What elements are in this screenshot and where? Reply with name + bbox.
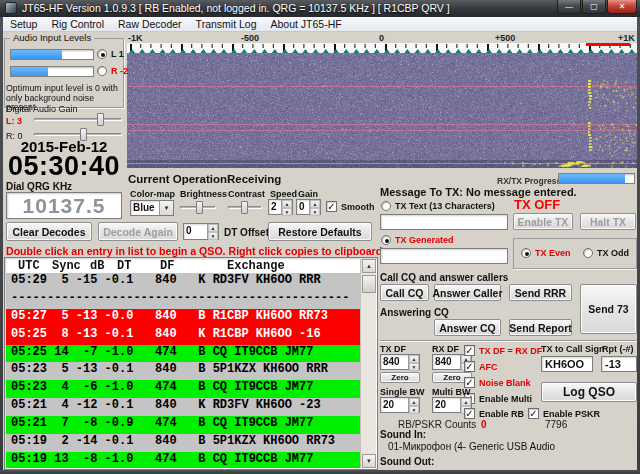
divider [380,340,637,342]
close-button[interactable]: ✕ [607,0,637,14]
answer-cq-button[interactable]: Answer CQ [434,319,501,336]
spinner-up-icon[interactable]: ▲ [282,200,292,208]
spinner-value: 840 [381,355,408,369]
decode-row[interactable]: 05:21 4 -12 -0.1 840 K RD3FV KH6OO -23 [6,398,360,416]
speed-spinner[interactable]: 2▲▼ [268,199,293,215]
spinner-down-icon[interactable]: ▼ [208,232,218,240]
checkbox-box[interactable]: ✓ [464,361,475,372]
send-73-button[interactable]: Send 73 [580,284,637,334]
rpt-input[interactable] [601,356,637,372]
spinner-value: 20 [381,398,408,412]
afc-checkbox[interactable]: ✓AFC [464,361,498,372]
log-qso-button[interactable]: Log QSO [541,382,637,402]
minimize-button[interactable]: — [557,0,581,14]
tx-df-zero-button[interactable]: Zero [380,372,420,383]
decode-row[interactable]: 05:21 7 -8 -0.9 474 B CQ IT9CCB JM77 [6,416,360,434]
enable-tx-button[interactable]: Enable TX [513,213,573,230]
current-operation-value: Receiving [227,173,281,185]
send-rrr-button[interactable]: Send RRR [509,284,572,301]
spinner-down-icon[interactable]: ▼ [409,363,419,371]
decode-row[interactable]: 05:19 2 -14 -0.1 840 B 5P1KZX KH6OO RR73 [6,434,360,452]
spinner-up-icon[interactable]: ▲ [310,200,320,208]
audio-channel-left-radio[interactable]: L 1 [97,49,124,59]
message-to-tx-label: Message To TX: [380,186,463,198]
maximize-button[interactable]: ▢ [582,0,606,14]
spinner-up-icon[interactable]: ▲ [409,355,419,363]
decode-row[interactable]: 05:27 5 -13 -0.0 840 B R1CBP KH6OO RR73 [6,309,360,327]
contrast-slider[interactable] [228,201,262,214]
spinner-up-icon[interactable]: ▲ [461,398,471,406]
menu-transmit-log[interactable]: Transmit Log [189,18,264,30]
waterfall-display[interactable] [127,43,638,168]
slider-thumb[interactable] [97,113,104,126]
tx-generated-input[interactable] [380,248,508,264]
spinner-down-icon[interactable]: ▼ [409,406,419,414]
decode-again-button[interactable]: Decode Again [98,222,178,241]
spinner-down-icon[interactable]: ▼ [310,208,320,216]
checkbox-box[interactable]: ✓ [528,408,539,419]
decode-row[interactable]: 05:25 8 -13 -0.1 840 K R1CBP KH6OO -16 [6,327,360,345]
txdf-eq-rxdf-checkbox[interactable]: ✓TX DF = RX DF [464,345,542,356]
radio-circle[interactable] [97,49,107,59]
scrollbar-thumb[interactable] [362,275,376,293]
menu-about[interactable]: About JT65-HF [264,18,349,30]
tx-to-call-sign-input[interactable] [541,356,593,372]
spinner-up-icon[interactable]: ▲ [208,224,218,232]
noise-blank-checkbox[interactable]: ✓Noise Blank [464,377,531,388]
slider-thumb[interactable] [241,201,248,214]
audio-channel-right-radio[interactable]: R -2 [97,66,128,76]
halt-tx-button[interactable]: Halt TX [580,213,636,230]
tx-odd-radio[interactable]: TX Odd [583,248,629,258]
spinner-up-icon[interactable]: ▲ [409,398,419,406]
menu-setup[interactable]: Setup [3,18,44,30]
dial-qrg-display: 10137.5 [6,192,122,219]
tx-to-call-sign-label: TX to Call Sign [541,344,605,354]
send-report-button[interactable]: Send Report [509,319,572,336]
checkbox-box[interactable]: ✓ [464,345,475,356]
col-sync: Sync [52,259,81,273]
menu-rig-control[interactable]: Rig Control [44,18,111,30]
table-scrollbar[interactable]: ▲ ▼ [360,259,376,468]
clear-decodes-button[interactable]: Clear Decodes [6,222,92,241]
smooth-checkbox[interactable]: ✓Smooth [326,201,375,212]
scroll-down-icon[interactable]: ▼ [362,454,376,468]
menu-raw-decoder[interactable]: Raw Decoder [111,18,189,30]
colormap-dropdown[interactable]: Blue ▼ [130,200,174,216]
tx-generated-radio[interactable]: TX Generated [381,235,454,245]
checkbox-box[interactable]: ✓ [326,201,337,212]
spinner-value: 20 [433,398,460,412]
decode-row[interactable]: 05:19 13 -8 -1.0 474 B CQ IT9CCB JM77 [6,452,360,468]
decode-separator-row[interactable]: ----------------------------------------… [6,291,360,309]
dropdown-arrow-icon[interactable]: ▼ [159,201,173,215]
tx-even-radio[interactable]: TX Even [521,248,571,258]
left-gain-slider[interactable] [34,113,122,126]
radio-circle[interactable] [97,66,107,76]
tx-df-spinner[interactable]: 840▲▼ [380,354,420,370]
enable-pskr-checkbox[interactable]: ✓Enable PSKR [528,408,600,419]
radio-circle[interactable] [381,235,391,245]
enable-rb-checkbox[interactable]: ✓Enable RB [464,408,524,419]
tx-text-input[interactable] [380,214,508,230]
radio-label: TX Even [535,248,571,258]
tx-text-radio[interactable]: TX Text (13 Characters) [381,201,495,211]
decode-row[interactable]: 05:29 5 -15 -0.1 840 K RD3FV KH6OO RRR [6,273,360,291]
spinner-down-icon[interactable]: ▼ [282,208,292,216]
answer-caller-button[interactable]: Answer Caller [434,284,501,301]
titlebar[interactable]: JT65-HF Version 1.0.9.3 [ RB Enabled, no… [0,0,640,17]
brightness-slider[interactable] [180,201,216,214]
scroll-up-icon[interactable]: ▲ [362,259,376,273]
dt-offset-spinner[interactable]: 0▲▼ [183,223,219,240]
restore-defaults-button[interactable]: Restore Defaults [268,222,372,241]
slider-thumb[interactable] [196,201,203,214]
single-bw-spinner[interactable]: 20▲▼ [380,397,420,413]
radio-circle[interactable] [381,201,391,211]
decode-row[interactable]: 05:23 5 -13 -0.1 840 B 5P1KZX KH6OO RRR [6,362,360,380]
call-cq-button[interactable]: Call CQ [380,284,429,301]
decode-row[interactable]: 05:25 14 -7 -1.0 474 B CQ IT9CCB JM77 [6,345,360,363]
radio-circle[interactable] [583,248,593,258]
enable-multi-checkbox[interactable]: ✓Enable Multi [464,393,532,404]
gain-spinner[interactable]: 0▲▼ [296,199,321,215]
radio-circle[interactable] [521,248,531,258]
checkbox-box[interactable]: ✓ [464,408,475,419]
decode-row[interactable]: 05:23 4 -6 -1.0 474 B CQ IT9CCB JM77 [6,380,360,398]
